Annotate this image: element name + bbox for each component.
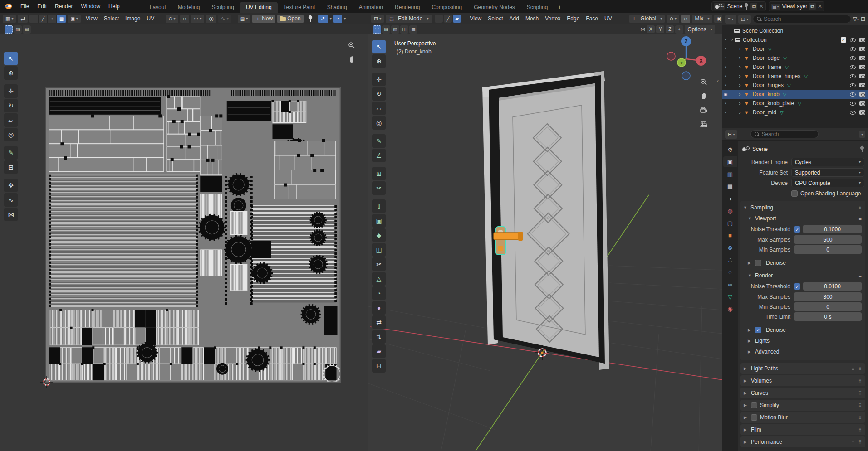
hide-viewport-eye-icon[interactable] (850, 92, 856, 97)
editor-type-uv-icon[interactable]: ▦▾ (3, 15, 16, 23)
hide-viewport-eye-icon[interactable] (850, 74, 856, 78)
uv-overlays-dropdown-icon[interactable]: ▾ (344, 17, 346, 21)
properties-tab-object-data[interactable]: ▽ (723, 291, 737, 302)
outliner-search-input[interactable]: Search (753, 15, 851, 23)
outliner-filter-funnel-icon[interactable]: ▽▾ (853, 16, 859, 22)
tool-extrude-region[interactable]: ⇧ (372, 199, 386, 213)
outliner-item-name[interactable]: Door_knob_plate (753, 100, 794, 107)
section-motion-blur[interactable]: ▶Motion Blur⠿ (740, 412, 865, 423)
uv-pan-hand-icon[interactable] (347, 54, 357, 64)
pivot-point-dropdown[interactable]: ⊘▾ (667, 15, 679, 23)
workspace-tab-compositing[interactable]: Compositing (426, 2, 468, 13)
tool-tweak-select-box[interactable]: ↖ (4, 52, 18, 65)
select-new-icon[interactable]: ⬚ (373, 25, 381, 34)
workspace-tab-animation[interactable]: Animation (353, 2, 389, 13)
select-difference-icon[interactable]: ◫ (400, 25, 408, 34)
outliner-row-door_frame[interactable]: •›▼Door_frame▽ (722, 63, 868, 72)
uv-menu-view[interactable]: View (83, 14, 101, 23)
uv-select-island-icon[interactable]: ▩ (57, 15, 66, 23)
workspace-tab-texture-paint[interactable]: Texture Paint (278, 2, 321, 13)
outliner-item-name[interactable]: Door_knob (753, 91, 780, 97)
viewport-menu-mesh[interactable]: Mesh (522, 14, 542, 23)
tool-scale[interactable]: ▱ (372, 102, 386, 115)
tool-cursor-3d[interactable]: ⊕ (372, 54, 386, 68)
tool-scale[interactable]: ▱ (4, 113, 18, 127)
tool-measure[interactable]: ∠ (372, 149, 386, 162)
mirror-x-button[interactable]: X (647, 25, 655, 33)
uv-proportional-falloff-icon[interactable]: ∿▾ (218, 15, 231, 23)
section-film[interactable]: ▶Film⠿ (740, 424, 865, 435)
image-pin-icon[interactable] (308, 15, 313, 22)
properties-options-dropdown[interactable]: ▾ (859, 131, 865, 138)
uv-menu-uv[interactable]: UV (143, 14, 157, 23)
select-subtract-icon[interactable]: ▧ (391, 25, 399, 34)
workspace-tab-layout[interactable]: Layout (144, 2, 172, 13)
hide-viewport-eye-icon[interactable] (850, 38, 856, 42)
tool-relax[interactable]: ∿ (4, 193, 18, 207)
outliner-item-name[interactable]: Scene Collection (742, 28, 783, 34)
delete-scene-icon[interactable]: ✕ (759, 3, 764, 10)
outliner-row-door_mid[interactable]: •›▼Door_mid▽ (722, 108, 868, 117)
uv-select-edge-icon[interactable]: ╱ (39, 15, 48, 23)
expand-arrow[interactable]: › (737, 74, 743, 78)
expand-arrow[interactable]: › (737, 65, 743, 69)
tool-knife-project[interactable]: ✂ (372, 181, 386, 195)
collection-checkbox[interactable]: ✓ (841, 37, 846, 43)
advanced-subsection[interactable]: ▶Advanced (748, 347, 862, 357)
properties-tab-object[interactable]: ■ (723, 230, 737, 241)
hide-viewport-eye-icon[interactable] (850, 65, 856, 69)
tool-spin[interactable]: ◔ (372, 286, 386, 300)
workspace-tab-rendering[interactable]: Rendering (389, 2, 426, 13)
snap-mode-dropdown[interactable]: Mix ▾ (692, 15, 712, 23)
workspace-tab-geometry-nodes[interactable]: Geometry Nodes (468, 2, 521, 13)
workspace-tab-modeling[interactable]: Modeling (172, 2, 206, 13)
expand-arrow[interactable]: › (737, 92, 743, 97)
expand-arrow[interactable]: › (730, 37, 734, 43)
delete-view-layer-icon[interactable]: ✕ (818, 3, 822, 10)
properties-tab-output[interactable]: ▥ (723, 169, 737, 179)
tool-edge-slide[interactable]: ⇄ (372, 315, 386, 329)
viewport-menu-vertex[interactable]: Vertex (542, 14, 564, 23)
outliner-item-name[interactable]: Door_frame (753, 64, 781, 70)
disable-render-camera-icon[interactable] (859, 83, 865, 87)
outliner-filter-id-dropdown[interactable]: ▤▾ (738, 15, 751, 24)
viewport-denoise-checkbox[interactable] (755, 260, 761, 266)
image-open-button[interactable]: Open (277, 15, 303, 23)
tool-knife[interactable]: ✂ (372, 257, 386, 271)
outliner-item-name[interactable]: Door_frame_hinges (753, 73, 800, 79)
options-dropdown[interactable]: Options ▾ (685, 25, 715, 34)
uv-gizmos-dropdown-icon[interactable]: ▾ (330, 17, 332, 21)
expand-arrow[interactable]: › (737, 101, 743, 106)
tool-bevel[interactable]: ◆ (372, 228, 386, 242)
image-new-button[interactable]: ＋ New (252, 15, 275, 23)
uv-pivot-icon[interactable]: ⊙▾ (166, 15, 178, 23)
main-menu-window[interactable]: Window (77, 2, 104, 11)
scene-selector[interactable]: ▾ Scene ⧉ ✕ (711, 1, 766, 11)
viewport-menu-select[interactable]: Select (485, 14, 506, 23)
time-limit-field[interactable]: 0 s (794, 312, 862, 321)
door-model[interactable] (482, 71, 609, 370)
tool-loop-cut[interactable]: ◫ (372, 243, 386, 257)
mirror-z-button[interactable]: Z (666, 25, 674, 33)
editor-type-3d-icon[interactable]: ⊞▾ (371, 15, 384, 23)
tool-select-box[interactable]: ↖ (372, 40, 386, 53)
outliner-row-door_hinges[interactable]: •›▼Door_hinges▽ (722, 81, 868, 90)
select-mode-face-icon[interactable]: ▰ (453, 15, 461, 23)
render-denoise-row[interactable]: ▶✓ Denoise (748, 325, 862, 335)
pin-properties-icon[interactable] (860, 146, 864, 152)
render-denoise-checkbox[interactable]: ✓ (755, 327, 761, 333)
hide-viewport-eye-icon[interactable] (850, 56, 856, 60)
navigation-gizmo[interactable]: Z X Y (662, 35, 710, 82)
scene-name[interactable]: Scene (727, 3, 742, 10)
pin-scene-icon[interactable] (744, 3, 749, 10)
viewport-menu-face[interactable]: Face (583, 14, 601, 23)
viewport-min-samples-field[interactable]: 0 (794, 245, 862, 254)
sampling-viewport-subheader[interactable]: ▼Viewport ≡ (748, 213, 862, 223)
new-view-layer-icon[interactable]: ⧉ (809, 3, 816, 10)
uv-select-vertex-icon[interactable]: ∙ (29, 15, 39, 23)
breadcrumb-scene[interactable]: Scene (752, 146, 768, 152)
uv-snap-settings-icon[interactable]: ⊶▾ (191, 15, 204, 23)
outliner-item-name[interactable]: Collection (743, 37, 767, 43)
expand-arrow[interactable]: › (737, 83, 743, 87)
outliner-item-name[interactable]: Door (753, 46, 765, 52)
